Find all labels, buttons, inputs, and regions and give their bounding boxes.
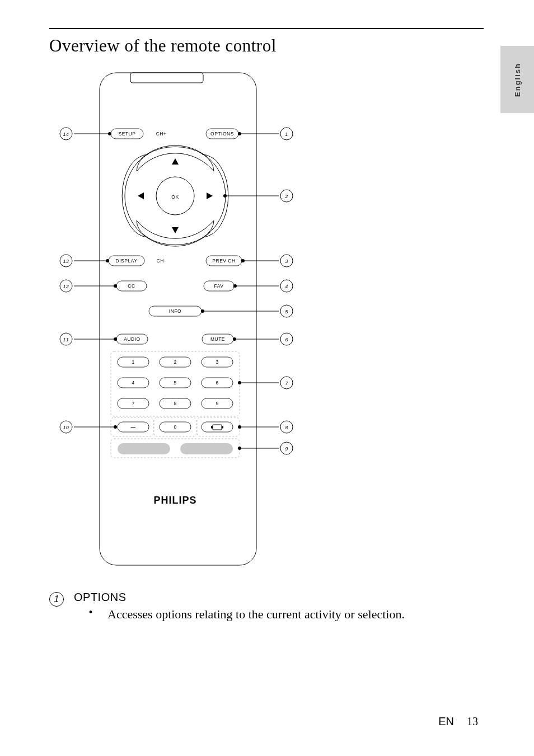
callout-5: 5 (285, 309, 288, 314)
label-ch-minus: CH- (157, 258, 166, 264)
arrow-left-icon (138, 192, 144, 199)
callout-11: 11 (63, 337, 69, 342)
btn-setup: SETUP (119, 131, 136, 137)
callout-3: 3 (285, 259, 288, 264)
callout-1: 1 (285, 132, 288, 137)
num-4: 4 (132, 380, 134, 386)
callout-13: 13 (63, 259, 69, 264)
arrow-right-icon (207, 192, 213, 199)
num-7: 7 (132, 401, 134, 406)
callout-12: 12 (63, 284, 69, 289)
num-9: 9 (216, 401, 218, 406)
svg-rect-29 (211, 426, 213, 429)
num-1: 1 (132, 359, 134, 365)
svg-rect-1 (130, 73, 203, 83)
btn-audio: AUDIO (124, 336, 140, 342)
btn-options: OPTIONS (210, 131, 234, 137)
num-2: 2 (174, 359, 176, 365)
footer-lang: EN (438, 715, 454, 727)
callout-14: 14 (63, 132, 69, 137)
desc-bullet-text: Accesses options relating to the current… (107, 606, 405, 623)
btn-fav: FAV (214, 283, 224, 289)
num-0: 0 (174, 424, 176, 430)
callout-2: 2 (284, 194, 288, 199)
arrow-down-icon (172, 227, 179, 233)
desc-number: 1 (49, 592, 64, 607)
brand-logo: PHILIPS (153, 495, 196, 506)
solid-btn-right (180, 443, 233, 454)
arrow-up-icon (172, 158, 179, 165)
btn-info: INFO (169, 308, 181, 314)
section-heading: Overview of the remote control (49, 36, 484, 56)
btn-dash: — (131, 424, 136, 430)
footer-page: 13 (467, 715, 478, 727)
btn-prev-ch: PREV CH (212, 258, 235, 264)
btn-ok: OK (171, 194, 179, 200)
callout-8: 8 (285, 425, 288, 430)
language-tab: English (500, 46, 534, 113)
label-ch-plus: CH+ (156, 131, 167, 137)
svg-rect-28 (202, 422, 233, 432)
num-6: 6 (216, 380, 218, 386)
callout-4: 4 (285, 284, 288, 289)
svg-rect-27 (197, 417, 240, 436)
callout-9: 9 (285, 446, 288, 452)
callout-6: 6 (285, 337, 288, 342)
num-5: 5 (174, 380, 176, 386)
callout-10: 10 (63, 425, 69, 430)
btn-mute: MUTE (210, 336, 225, 342)
callout-7: 7 (285, 381, 288, 386)
num-3: 3 (216, 359, 218, 365)
remote-diagram: SETUP CH+ OPTIONS OK DISPLAY CH- PREV CH (49, 62, 484, 579)
aspect-icon (213, 425, 222, 430)
solid-btn-left (118, 443, 170, 454)
num-8: 8 (174, 401, 176, 406)
btn-display: DISPLAY (116, 258, 138, 264)
desc-label: OPTIONS (74, 591, 405, 604)
description-item: 1 OPTIONS • Accesses options relating to… (49, 591, 484, 623)
svg-rect-30 (222, 426, 223, 429)
btn-cc: CC (128, 283, 135, 289)
bullet-icon: • (74, 606, 107, 623)
page-footer: EN 13 (438, 715, 478, 728)
